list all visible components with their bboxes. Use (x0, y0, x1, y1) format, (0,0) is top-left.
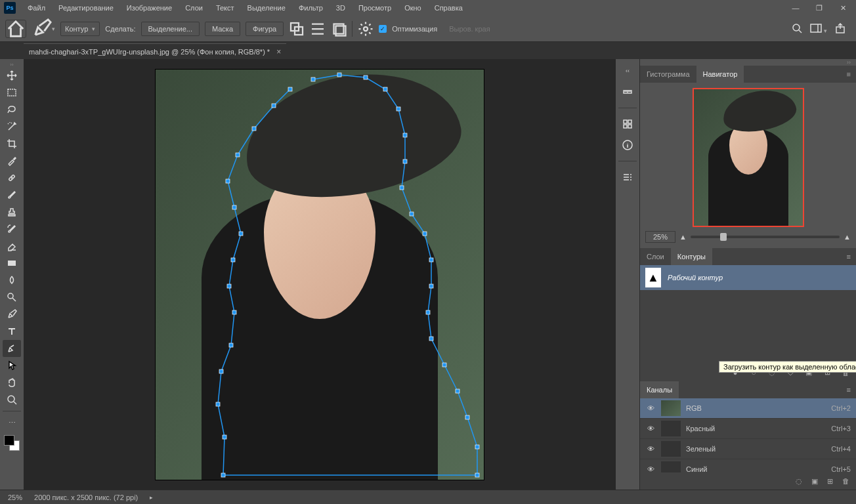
navigator-preview[interactable] (693, 88, 804, 227)
channel-row-красный[interactable]: 👁 Красный Ctrl+3 (640, 419, 856, 439)
menu-help[interactable]: Справка (428, 0, 469, 16)
menu-file[interactable]: Файл (21, 0, 52, 16)
svg-rect-46 (288, 87, 292, 91)
minimize-icon[interactable]: — (792, 4, 800, 12)
color-swatch[interactable] (4, 435, 20, 451)
stamp-tool[interactable] (3, 203, 21, 220)
menu-select[interactable]: Выделение (241, 0, 292, 16)
path-selection-tool[interactable] (3, 340, 21, 357)
eraser-tool[interactable] (3, 238, 21, 255)
menu-text[interactable]: Текст (209, 0, 241, 16)
navigator-zoom-value[interactable]: 25% (645, 231, 675, 243)
path-item-working[interactable]: ▲ Рабочий контур (640, 265, 856, 290)
type-tool[interactable] (3, 323, 21, 340)
zoom-out-icon[interactable]: ▲ (679, 233, 687, 241)
tab-channels[interactable]: Каналы (640, 381, 679, 398)
svg-rect-50 (628, 125, 631, 128)
zoom-in-icon[interactable]: ▲ (844, 233, 851, 241)
visibility-icon[interactable]: 👁 (645, 465, 656, 472)
path-align-icon[interactable] (310, 21, 326, 37)
navigator-zoom-slider[interactable] (691, 236, 840, 238)
toolbar-handle[interactable]: ›› (1, 62, 22, 67)
crop-tool[interactable] (3, 135, 21, 152)
toolbar: ›› ⋯ (0, 59, 24, 490)
channel-row-синий[interactable]: 👁 Синий Ctrl+5 (640, 459, 856, 472)
marquee-tool[interactable] (3, 84, 21, 101)
channels-menu-icon[interactable]: ≡ (842, 386, 856, 394)
maximize-icon[interactable]: ❐ (815, 4, 823, 12)
magic-wand-tool[interactable] (3, 118, 21, 135)
make-shape-button[interactable]: Фигура (246, 22, 284, 36)
tab-layers[interactable]: Слои (640, 248, 671, 265)
pen-tool-preset[interactable]: ▾ (32, 20, 55, 38)
info-panel-icon[interactable] (620, 137, 635, 153)
tab-paths[interactable]: Контуры (671, 248, 712, 265)
tooltip: Загрузить контур как выделенную область (719, 361, 856, 373)
visibility-icon[interactable]: 👁 (645, 404, 656, 412)
make-mask-button[interactable]: Маска (205, 22, 240, 36)
status-zoom[interactable]: 25% (8, 494, 22, 501)
path-operations-icon[interactable] (289, 21, 305, 37)
lasso-tool[interactable] (3, 101, 21, 118)
hand-tool[interactable] (3, 374, 21, 391)
panel-collapse-icon[interactable]: ›› (640, 59, 856, 66)
menu-window[interactable]: Окно (398, 0, 428, 16)
channel-row-зеленый[interactable]: 👁 Зеленый Ctrl+4 (640, 439, 856, 459)
canvas-area[interactable] (24, 59, 616, 490)
make-selection-button[interactable]: Выделение... (141, 22, 200, 36)
menu-image[interactable]: Изображение (120, 0, 179, 16)
save-selection-icon[interactable]: ▣ (811, 477, 818, 486)
document-canvas[interactable] (156, 70, 484, 480)
menu-layers[interactable]: Слои (179, 0, 209, 16)
properties-panel-icon[interactable] (620, 169, 635, 185)
tool-mode-combo[interactable]: Контур (60, 22, 100, 36)
visibility-icon[interactable]: 👁 (645, 445, 656, 453)
blur-tool[interactable] (3, 272, 21, 289)
svg-rect-27 (442, 363, 446, 367)
move-tool[interactable] (3, 67, 21, 84)
tab-close-icon[interactable]: × (276, 47, 281, 56)
glyphs-panel-icon[interactable] (620, 116, 635, 132)
dodge-tool[interactable] (3, 289, 21, 306)
visibility-icon[interactable]: 👁 (645, 425, 656, 432)
edit-toolbar-icon[interactable]: ⋯ (3, 414, 21, 431)
strip-expand-icon[interactable]: ‹‹ (620, 63, 635, 79)
home-button[interactable] (5, 20, 26, 38)
paths-menu-icon[interactable]: ≡ (842, 253, 856, 261)
brush-tool[interactable] (3, 186, 21, 203)
workspace-picker-icon[interactable]: ▾ (810, 24, 827, 34)
path-arrange-icon[interactable] (331, 21, 347, 37)
tab-navigator[interactable]: Навигатор (696, 66, 744, 83)
channel-row-rgb[interactable]: 👁 RGB Ctrl+2 (640, 398, 856, 419)
svg-rect-20 (400, 186, 404, 190)
status-dims[interactable]: 2000 пикс. x 2500 пикс. (72 ppi) (34, 494, 138, 501)
channel-thumb (661, 441, 681, 457)
healing-tool[interactable] (3, 169, 21, 186)
measure-panel-icon[interactable] (620, 84, 635, 100)
direct-selection-tool[interactable] (3, 357, 21, 374)
zoom-tool[interactable] (3, 391, 21, 408)
delete-channel-icon[interactable]: 🗑 (842, 477, 849, 485)
close-icon[interactable]: ✕ (839, 4, 847, 12)
search-icon[interactable] (792, 23, 802, 35)
history-brush-tool[interactable] (3, 220, 21, 238)
foreground-color[interactable] (4, 435, 14, 446)
navigator-menu-icon[interactable]: ≡ (842, 70, 856, 78)
menu-3d[interactable]: 3D (330, 0, 352, 16)
tab-histogram[interactable]: Гистограмма (640, 66, 696, 83)
menu-filter[interactable]: Фильтр (292, 0, 330, 16)
share-icon[interactable] (835, 23, 845, 35)
paths-panel: ▲ Рабочий контур (640, 265, 856, 364)
document-tab[interactable]: mahdi-chaghari-3xTP_gWUIrg-unsplash.jpg … (24, 43, 286, 59)
svg-rect-8 (8, 89, 16, 96)
load-channel-selection-icon[interactable]: ◌ (796, 477, 802, 486)
eyedropper-tool[interactable] (3, 152, 21, 169)
menu-view[interactable]: Просмотр (352, 0, 398, 16)
gear-icon[interactable] (358, 21, 374, 37)
align-edge-disabled: Выров. края (449, 25, 490, 33)
menu-edit[interactable]: Редактирование (52, 0, 120, 16)
gradient-tool[interactable] (3, 255, 21, 272)
optimize-checkbox[interactable]: ✓ (379, 25, 387, 33)
new-channel-icon[interactable]: ⊞ (827, 477, 833, 486)
pen-tool[interactable] (3, 306, 21, 323)
